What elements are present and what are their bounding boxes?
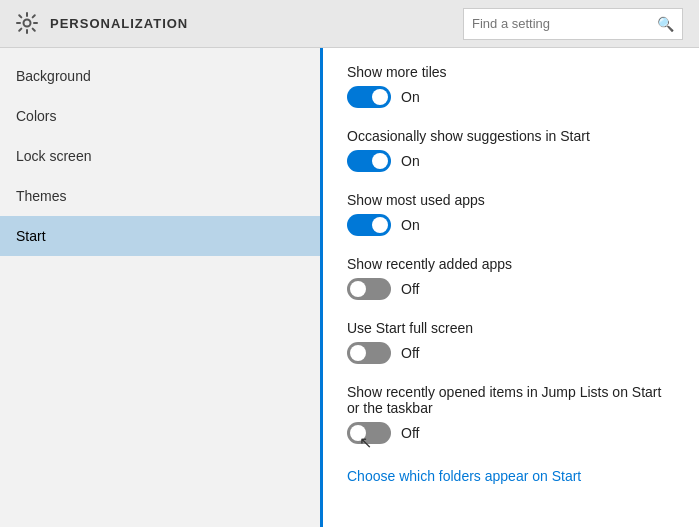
setting-show-jump-lists: Show recently opened items in Jump Lists… (347, 384, 675, 444)
toggle-thumb (372, 217, 388, 233)
sidebar-item-background[interactable]: Background (0, 56, 320, 96)
content-area: Show more tiles On Occasionally show sug… (320, 48, 699, 527)
toggle-show-suggestions[interactable] (347, 150, 391, 172)
setting-show-suggestions: Occasionally show suggestions in Start O… (347, 128, 675, 172)
header: PERSONALIZATION 🔍 (0, 0, 699, 48)
toggle-show-most-used[interactable] (347, 214, 391, 236)
toggle-thumb (350, 345, 366, 361)
setting-label-show-recently-added: Show recently added apps (347, 256, 675, 272)
svg-point-0 (24, 19, 31, 26)
toggle-thumb (350, 281, 366, 297)
setting-show-most-used: Show most used apps On (347, 192, 675, 236)
sidebar: Background Colors Lock screen Themes Sta… (0, 48, 320, 527)
choose-folders-link[interactable]: Choose which folders appear on Start (347, 468, 581, 484)
page-title: PERSONALIZATION (50, 16, 463, 31)
setting-show-more-tiles: Show more tiles On (347, 64, 675, 108)
search-icon: 🔍 (657, 16, 674, 32)
sidebar-item-colors[interactable]: Colors (0, 96, 320, 136)
toggle-thumb (372, 89, 388, 105)
toggle-thumb (372, 153, 388, 169)
setting-label-show-jump-lists: Show recently opened items in Jump Lists… (347, 384, 675, 416)
sidebar-item-lock-screen[interactable]: Lock screen (0, 136, 320, 176)
setting-label-show-most-used: Show most used apps (347, 192, 675, 208)
setting-show-recently-added: Show recently added apps Off (347, 256, 675, 300)
mouse-cursor-indicator: ↖ (359, 433, 372, 452)
setting-label-show-suggestions: Occasionally show suggestions in Start (347, 128, 675, 144)
setting-label-show-more-tiles: Show more tiles (347, 64, 675, 80)
toggle-status-show-most-used: On (401, 217, 420, 233)
toggle-status-show-suggestions: On (401, 153, 420, 169)
main-layout: Background Colors Lock screen Themes Sta… (0, 48, 699, 527)
sidebar-item-start[interactable]: Start (0, 216, 320, 256)
gear-icon (16, 12, 40, 36)
toggle-status-show-jump-lists: Off (401, 425, 419, 441)
setting-use-start-full-screen: Use Start full screen Off (347, 320, 675, 364)
toggle-status-show-more-tiles: On (401, 89, 420, 105)
search-input[interactable] (472, 16, 653, 31)
toggle-status-show-recently-added: Off (401, 281, 419, 297)
toggle-status-use-start-full-screen: Off (401, 345, 419, 361)
sidebar-item-themes[interactable]: Themes (0, 176, 320, 216)
search-box[interactable]: 🔍 (463, 8, 683, 40)
toggle-show-recently-added[interactable] (347, 278, 391, 300)
toggle-show-more-tiles[interactable] (347, 86, 391, 108)
toggle-use-start-full-screen[interactable] (347, 342, 391, 364)
setting-label-use-start-full-screen: Use Start full screen (347, 320, 675, 336)
